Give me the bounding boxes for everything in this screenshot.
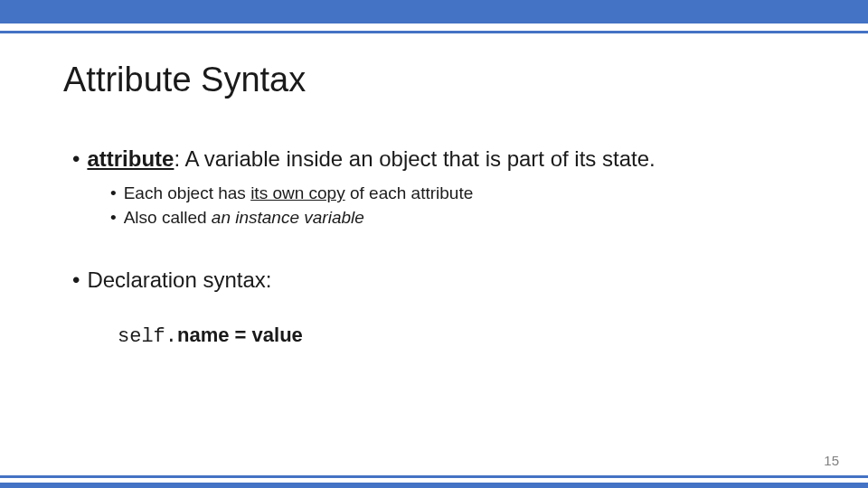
code-example: self.name = value bbox=[118, 324, 805, 348]
sub-text-suffix: of each attribute bbox=[345, 183, 474, 202]
bottom-bar bbox=[0, 483, 868, 488]
page-number: 15 bbox=[824, 453, 839, 468]
bottom-line bbox=[0, 475, 868, 478]
term-attribute: attribute bbox=[87, 146, 174, 171]
bullet-attribute-definition: •attribute: A variable inside an object … bbox=[72, 145, 805, 173]
sub-text-prefix: Each object has bbox=[124, 183, 250, 202]
code-name-value: name = value bbox=[177, 324, 303, 346]
top-bar bbox=[0, 0, 868, 23]
spacer bbox=[63, 304, 805, 324]
sub-text-italic: an instance variable bbox=[212, 208, 364, 227]
bullet-instance-variable: •Also called an instance variable bbox=[110, 206, 805, 230]
definition-text: : A variable inside an object that is pa… bbox=[174, 146, 655, 171]
slide-content: Attribute Syntax •attribute: A variable … bbox=[0, 33, 868, 348]
bullet-own-copy: •Each object has its own copy of each at… bbox=[110, 182, 805, 206]
slide-title: Attribute Syntax bbox=[63, 61, 805, 99]
sub-text-prefix: Also called bbox=[124, 208, 212, 227]
declaration-text: Declaration syntax: bbox=[87, 267, 271, 292]
bullet-dot-icon: • bbox=[110, 206, 117, 230]
bullet-declaration-syntax: •Declaration syntax: bbox=[72, 266, 805, 294]
bullet-dot-icon: • bbox=[72, 145, 80, 173]
bullet-dot-icon: • bbox=[110, 182, 117, 206]
bullet-dot-icon: • bbox=[72, 266, 80, 294]
code-self-prefix: self. bbox=[118, 325, 177, 348]
spacer bbox=[63, 230, 805, 266]
sub-text-underlined: its own copy bbox=[250, 183, 345, 202]
